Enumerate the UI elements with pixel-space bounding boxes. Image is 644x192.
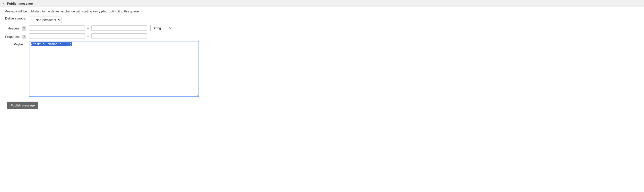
hint-prefix: Message will be published to the default… bbox=[4, 10, 99, 13]
section-title: Publish message bbox=[7, 2, 33, 5]
equals-sign: = bbox=[86, 34, 90, 38]
header-value-input[interactable] bbox=[92, 25, 147, 31]
payload-label: Payload: bbox=[14, 42, 26, 46]
section-header[interactable]: ▼ Publish message bbox=[0, 0, 644, 7]
properties-label: Properties: bbox=[5, 35, 20, 39]
properties-help-icon[interactable]: ? bbox=[22, 35, 26, 39]
section-body: Message will be published to the default… bbox=[0, 7, 644, 112]
routing-key: yyds bbox=[99, 10, 106, 13]
equals-sign: = bbox=[86, 26, 90, 30]
property-value-input[interactable] bbox=[92, 33, 147, 39]
property-key-input[interactable] bbox=[29, 33, 85, 39]
chevron-down-icon: ▼ bbox=[2, 2, 5, 5]
publish-hint: Message will be published to the default… bbox=[4, 10, 640, 13]
header-key-input[interactable] bbox=[29, 25, 85, 31]
delivery-mode-select[interactable]: 1 - Non-persistent2 - Persistent bbox=[29, 17, 62, 23]
hint-suffix: , routing it to this queue. bbox=[106, 10, 140, 13]
publish-button[interactable]: Publish message bbox=[7, 102, 38, 109]
publish-form: Delivery mode: 1 - Non-persistent2 - Per… bbox=[4, 16, 200, 99]
header-type-select[interactable]: StringNumberBooleanList bbox=[150, 25, 172, 31]
delivery-mode-label: Delivery mode: bbox=[5, 17, 26, 20]
payload-textarea[interactable] bbox=[29, 41, 199, 97]
headers-label: Headers: bbox=[8, 27, 20, 30]
headers-help-icon[interactable]: ? bbox=[22, 26, 26, 31]
